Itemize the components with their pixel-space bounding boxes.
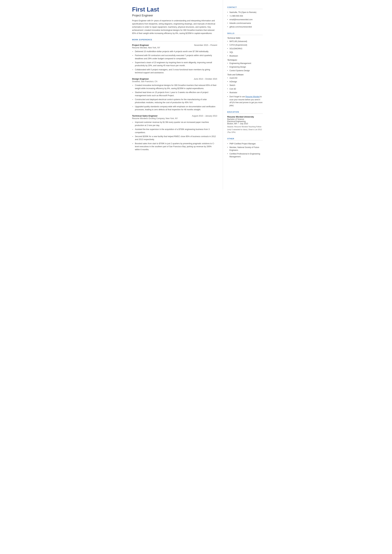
job-top-row-2: Design Engineer June 2013 – October 2015 — [132, 78, 217, 80]
bullet-1-1: Delivered 10 multimillion-dollar project… — [132, 50, 217, 53]
edu-awards: Awards: Resume Worded Teaching Fellow (o… — [227, 125, 263, 133]
work-experience-section: WORK EXPERIENCE Project Engineer Novembe… — [132, 39, 217, 151]
bullet-2-1: Created innovative technological designs… — [132, 84, 217, 90]
edu-block: Resume Worded University Bachelor of Sci… — [227, 116, 263, 133]
job-block-2: Design Engineer June 2013 – October 2015… — [132, 78, 217, 111]
left-column: First Last Project Engineer Project Engi… — [125, 0, 223, 189]
techniques-label: Techniques: — [227, 59, 263, 61]
bullet-1-4: Collaborated with 5 project managers, an… — [132, 68, 217, 74]
contact-item-5: github.com/resumeworded — [227, 25, 263, 28]
edu-location-date: Boston, MA — July 2010 — [227, 123, 263, 125]
bullet-1-3: Supervised a team of 23 engineers by ins… — [132, 61, 217, 67]
bullet-3-4: Boosted sales from start to $700K in jus… — [132, 142, 217, 151]
right-column: CONTACT Nashville, TN (Open to Remote) +… — [223, 0, 267, 189]
resume-container: First Last Project Engineer Project Engi… — [125, 0, 267, 189]
contact-item-1: Nashville, TN (Open to Remote) — [227, 11, 263, 14]
tool-4: Civil 3D — [227, 87, 263, 90]
skills-section: SKILLS Technical Skills: MATLAB (Advance… — [227, 32, 263, 107]
skill-2: CATIA (Experienced) — [227, 44, 263, 46]
other-header: OTHER — [227, 138, 263, 140]
tools-list: AutoCAD InDesign Sketch Civil 3D Illustr… — [227, 77, 263, 94]
skills-header: SKILLS — [227, 32, 263, 35]
edu-field: Electrical Engineering — [227, 120, 263, 123]
candidate-summary: Project Engineer with 9+ years of experi… — [132, 19, 217, 35]
work-experience-header: WORK EXPERIENCE — [132, 39, 217, 41]
contact-list: Nashville, TN (Open to Remote) +1-989-55… — [227, 11, 263, 28]
education-header: EDUCATION — [227, 111, 263, 114]
contact-section: CONTACT Nashville, TN (Open to Remote) +… — [227, 6, 263, 28]
job-bullets-1: Delivered 10 multimillion-dollar project… — [132, 50, 217, 74]
job-title-2: Design Engineer — [132, 78, 149, 80]
job-bullets-3: Improved customer revenue by $1.5M every… — [132, 121, 217, 151]
promo-text: Don't forget to use Resume Worded to sca… — [227, 95, 263, 107]
candidate-title: Project Engineer — [132, 14, 217, 17]
other-item-3: Certified Professional in Engineering Ma… — [227, 152, 263, 158]
contact-header: CONTACT — [227, 6, 263, 9]
job-block-3: Technical Sales Engineer August 2010 – J… — [132, 115, 217, 151]
job-dates-1: November 2015 – Present — [194, 44, 217, 46]
techniques-list: Engineering Management Engineering Desig… — [227, 62, 263, 72]
skill-3: SOLIDWORKS — [227, 47, 263, 50]
promo-link[interactable]: Resume Worded — [245, 96, 260, 98]
job-top-row-1: Project Engineer November 2015 – Present — [132, 44, 217, 46]
job-company-3: Resume Worded's Exciting Company, New Yo… — [132, 117, 217, 119]
tool-1: AutoCAD — [227, 77, 263, 79]
skill-5: Bluebeam — [227, 55, 263, 57]
job-dates-2: June 2013 – October 2015 — [194, 78, 217, 80]
tool-5: Illustrator — [227, 91, 263, 94]
bullet-3-1: Improved customer revenue by $1.5M every… — [132, 121, 217, 127]
bullet-2-4: Upgraded quality standards company-wide … — [132, 105, 217, 111]
bullet-3-3: Secured $200K for a new facility that he… — [132, 135, 217, 141]
skill-1: MATLAB (Advanced) — [227, 40, 263, 43]
technique-2: Engineering Design — [227, 66, 263, 68]
bullet-3-2: Assisted the line supervisor in the acqu… — [132, 128, 217, 134]
job-company-2: Growthsi, San Francisco, CA — [132, 80, 217, 83]
job-title-1: Project Engineer — [132, 44, 149, 46]
job-title-3: Technical Sales Engineer — [132, 115, 158, 117]
technique-1: Engineering Management — [227, 62, 263, 65]
other-item-1: PMP-Certified Project Manager. — [227, 142, 263, 145]
job-bullets-2: Created innovative technological designs… — [132, 84, 217, 111]
tool-2: InDesign — [227, 80, 263, 83]
tools-label: Tools and Software: — [227, 74, 263, 76]
bullet-2-3: Constructed and deployed electrical cont… — [132, 98, 217, 104]
education-section: EDUCATION Resume Worded University Bache… — [227, 111, 263, 133]
other-list: PMP-Certified Project Manager. Member, N… — [227, 142, 263, 158]
skill-4: SQL — [227, 51, 263, 54]
edu-school: Resume Worded University — [227, 116, 263, 118]
candidate-name: First Last — [132, 6, 217, 13]
technique-3: Control Systems Design — [227, 69, 263, 72]
tool-3: Sketch — [227, 84, 263, 87]
job-dates-3: August 2010 – January 2013 — [192, 115, 217, 117]
other-item-2: Member, National Society of Future Engin… — [227, 146, 263, 152]
job-block-1: Project Engineer November 2015 – Present… — [132, 44, 217, 74]
contact-item-4: linkedin.com/in/username — [227, 22, 263, 25]
technical-skills-label: Technical Skills: — [227, 37, 263, 39]
technical-skills-list: MATLAB (Advanced) CATIA (Experienced) SO… — [227, 40, 263, 57]
promo-prefix: Don't forget to use — [230, 96, 245, 98]
edu-degree: Bachelor of Science — [227, 118, 263, 120]
job-top-row-3: Technical Sales Engineer August 2010 – J… — [132, 115, 217, 117]
other-section: OTHER PMP-Certified Project Manager. Mem… — [227, 138, 263, 158]
job-company-1: Resume Worded, New York, NY — [132, 47, 217, 49]
contact-item-3: email@resumeworded.com — [227, 18, 263, 21]
bullet-1-2: Partnered with 50 contractors and succes… — [132, 54, 217, 60]
contact-item-2: +1-989-555-554 — [227, 14, 263, 17]
bullet-2-2: Slashed lead times on 15 projects from 1… — [132, 91, 217, 97]
